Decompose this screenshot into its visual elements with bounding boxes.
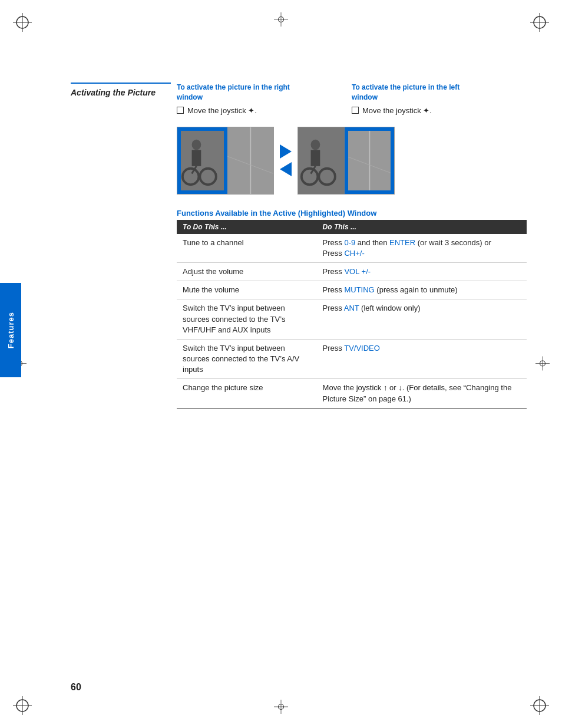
svg-rect-35 [311, 150, 320, 166]
checkbox-icon-right [177, 107, 184, 114]
right-content-col: To activate the picture in the right win… [177, 83, 527, 409]
after-right-half [345, 127, 395, 194]
functions-table: To Do This ... Do This ... Tune to a cha… [177, 220, 527, 409]
before-right-half [227, 127, 274, 194]
before-left-half [177, 127, 227, 194]
instructions-row: To activate the picture in the right win… [177, 83, 527, 118]
arrow-col [280, 144, 292, 176]
features-tab-label: Features [6, 312, 15, 348]
left-window-heading: To activate the picture in the left wind… [352, 83, 527, 103]
corner-mark-br [528, 694, 551, 717]
corner-mark-tl [11, 11, 34, 34]
right-window-heading: To activate the picture in the right win… [177, 83, 352, 103]
dothis-cell: Press MUTING (press again to unmute) [317, 281, 527, 299]
content-row: Activating the Picture To activate the p… [71, 83, 527, 409]
svg-point-34 [311, 139, 320, 150]
corner-mark-bl [11, 694, 34, 717]
table-body: Tune to a channelPress 0-9 and then ENTE… [177, 234, 527, 409]
table-header-row: To Do This ... Do This ... [177, 220, 527, 234]
table-row: Adjust the volumePress VOL +/- [177, 262, 527, 281]
arrow-right-icon [280, 144, 292, 159]
right-window-step-text: Move the joystick ✦. [187, 106, 257, 115]
todo-cell: Adjust the volume [177, 262, 317, 281]
todo-cell: Tune to a channel [177, 234, 317, 263]
todo-cell: Change the picture size [177, 379, 317, 408]
todo-cell: Mute the volume [177, 281, 317, 299]
svg-rect-26 [192, 150, 201, 166]
dothis-cell: Press TV/VIDEO [317, 339, 527, 379]
table-header: To Do This ... Do This ... [177, 220, 527, 234]
table-row: Change the picture sizeMove the joystick… [177, 379, 527, 408]
right-window-step: Move the joystick ✦. [177, 106, 352, 115]
todo-cell: Switch the TV’s input between sources co… [177, 339, 317, 379]
todo-cell: Switch the TV’s input between sources co… [177, 299, 317, 340]
table-row: Tune to a channelPress 0-9 and then ENTE… [177, 234, 527, 263]
section-title: Activating the Picture [71, 87, 171, 98]
pictures-row [177, 127, 527, 195]
main-content: Activating the Picture To activate the p… [71, 83, 527, 409]
table-row: Switch the TV’s input between sources co… [177, 339, 527, 379]
before-panel [177, 127, 274, 195]
table-row: Switch the TV’s input between sources co… [177, 299, 527, 340]
dothis-cell: Press 0-9 and then ENTER (or wait 3 seco… [317, 234, 527, 263]
right-center-mark [534, 354, 551, 374]
functions-section: Functions Available in the Active (Highl… [177, 209, 527, 409]
after-panel-inner [298, 127, 394, 194]
col1-header: To Do This ... [177, 220, 317, 234]
svg-point-25 [192, 139, 201, 150]
section-heading: Activating the Picture [71, 83, 171, 98]
before-panel-inner [177, 127, 273, 194]
right-window-col: To activate the picture in the right win… [177, 83, 352, 118]
left-window-step-text: Move the joystick ✦. [362, 106, 432, 115]
top-center-mark [272, 11, 290, 30]
corner-mark-tr [528, 11, 551, 34]
after-panel [297, 127, 395, 195]
functions-title: Functions Available in the Active (Highl… [177, 209, 527, 218]
features-tab: Features [0, 283, 21, 377]
left-window-col: To activate the picture in the left wind… [352, 83, 527, 118]
col2-header: Do This ... [317, 220, 527, 234]
dothis-cell: Press ANT (left window only) [317, 299, 527, 340]
dothis-cell: Move the joystick ↑ or ↓. (For details, … [317, 379, 527, 408]
arrow-left-icon [280, 162, 292, 176]
bottom-center-mark [272, 698, 290, 717]
left-label-col: Activating the Picture [71, 83, 165, 409]
left-window-step: Move the joystick ✦. [352, 106, 527, 115]
page-number: 60 [71, 682, 81, 693]
table-row: Mute the volumePress MUTING (press again… [177, 281, 527, 299]
dothis-cell: Press VOL +/- [317, 262, 527, 281]
checkbox-icon-left [352, 107, 359, 114]
after-left-half [298, 127, 345, 194]
